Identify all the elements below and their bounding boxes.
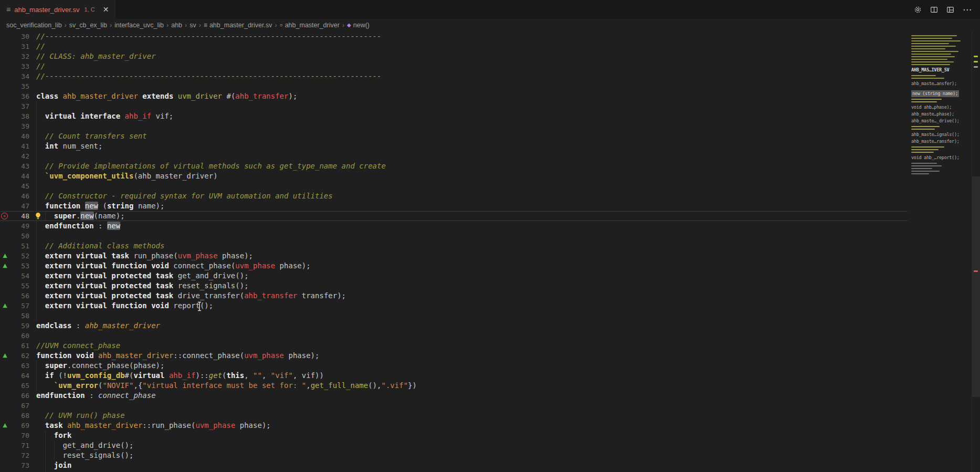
minimap-bar: [911, 61, 954, 62]
code-line-54[interactable]: 54 extern virtual protected task get_and…: [0, 271, 913, 281]
code-line-67[interactable]: 67: [0, 401, 913, 411]
code-line-31[interactable]: 31//: [0, 41, 913, 51]
code-line-66[interactable]: 66endfunction : connect_phase: [0, 391, 913, 401]
editor-pane[interactable]: 30//------------------------------------…: [0, 32, 913, 472]
code-line-35[interactable]: 35: [0, 81, 913, 91]
minimap-bar: [911, 46, 956, 47]
line-number: 61: [14, 341, 29, 351]
line-number: 30: [14, 32, 29, 41]
split-editor-icon[interactable]: [930, 6, 938, 14]
scrollbar-thumb[interactable]: [972, 176, 980, 397]
code-line-38[interactable]: 38 virtual interface ahb_if vif;: [0, 111, 913, 121]
code-line-39[interactable]: 39: [0, 121, 913, 131]
code-line-50[interactable]: 50: [0, 231, 913, 241]
code-line-34[interactable]: 34//------------------------------------…: [0, 71, 913, 81]
code-text: if (!uvm_config_db#(virtual ahb_if)::get…: [29, 371, 324, 381]
minimap[interactable]: AHB_MAS…IVER_SVahb_maste…ansfer);new (st…: [908, 32, 972, 472]
minimap-bar: [911, 48, 945, 49]
code-line-72[interactable]: 72 reset_signals();: [0, 450, 913, 460]
line-number: 31: [14, 41, 29, 51]
code-text: [29, 231, 36, 241]
code-line-57[interactable]: 57 extern virtual function void report()…: [0, 301, 913, 311]
minimap-bar: [911, 101, 937, 102]
code-line-49[interactable]: 49 endfunction : new: [0, 221, 913, 231]
minimap-bar: [911, 165, 942, 166]
gutter-margin: [0, 131, 14, 141]
gutter-margin: [0, 81, 14, 91]
arrow-icon[interactable]: [0, 251, 14, 261]
code-line-69[interactable]: 69 task ahb_master_driver::run_phase(uvm…: [0, 421, 913, 431]
code-line-53[interactable]: 53 extern virtual function void connect_…: [0, 261, 913, 271]
code-text: // CLASS: ahb_master_driver: [29, 51, 156, 61]
breadcrumb-separator: ›: [185, 22, 187, 29]
code-line-64[interactable]: 64 if (!uvm_config_db#(virtual ahb_if)::…: [0, 371, 913, 381]
code-line-60[interactable]: 60: [0, 331, 913, 341]
breadcrumb-item-ahb[interactable]: ahb: [171, 22, 182, 29]
code-line-33[interactable]: 33//: [0, 61, 913, 71]
close-icon[interactable]: ✕: [103, 5, 109, 14]
code-line-46[interactable]: 46 // Constructor - required syntax for …: [0, 191, 913, 201]
line-number: 52: [14, 251, 29, 261]
settings-gear-icon[interactable]: [914, 6, 922, 14]
code-line-73[interactable]: 73 join: [0, 460, 913, 470]
code-line-55[interactable]: 55 extern virtual protected task reset_s…: [0, 281, 913, 291]
breadcrumb-item-ahb-master-driver[interactable]: ○ahb_master_driver: [280, 22, 340, 29]
code-line-44[interactable]: 44 `uvm_component_utils(ahb_master_drive…: [0, 171, 913, 181]
breadcrumb-item-new[interactable]: ◆new(): [347, 22, 370, 29]
code-text: super.connect_phase(phase);: [29, 361, 164, 371]
gutter-margin: [0, 311, 14, 321]
code-line-36[interactable]: 36class ahb_master_driver extends uvm_dr…: [0, 91, 913, 101]
code-line-42[interactable]: 42: [0, 151, 913, 161]
code-text: endfunction : new: [29, 221, 120, 231]
code-line-30[interactable]: 30//------------------------------------…: [0, 32, 913, 41]
tab-problems-decoration: 1, C: [84, 6, 94, 13]
minimap-code-line: ahb_maste…_drive();: [911, 118, 970, 124]
breadcrumb-item-sv[interactable]: sv: [189, 22, 196, 29]
code-line-61[interactable]: 61//UVM connect_phase: [0, 341, 913, 351]
arrow-icon[interactable]: [0, 351, 14, 361]
breadcrumb-item-sv-cb-ex-lib[interactable]: sv_cb_ex_lib: [69, 22, 107, 29]
arrow-icon[interactable]: [0, 261, 14, 271]
code-line-70[interactable]: 70 fork: [0, 431, 913, 440]
code-line-63[interactable]: 63 super.connect_phase(phase);: [0, 361, 913, 371]
breadcrumb-item-soc-verification-lib[interactable]: soc_verification_lib: [6, 22, 62, 29]
code-line-37[interactable]: 37: [0, 101, 913, 111]
code-line-32[interactable]: 32// CLASS: ahb_master_driver: [0, 51, 913, 61]
tab-ahb-master-driver-sv[interactable]: ≡ ahb_master_driver.sv 1, C ✕: [0, 0, 115, 19]
code-line-65[interactable]: 65 `uvm_error("NOVIF",{"virtual interfac…: [0, 381, 913, 391]
line-number: 49: [14, 221, 29, 231]
code-text: extern virtual function void report();: [29, 301, 213, 311]
minimap-bar: [911, 152, 934, 153]
customize-layout-icon[interactable]: [946, 6, 954, 14]
code-line-48[interactable]: ✕48 super.new(name);: [0, 211, 913, 221]
code-line-68[interactable]: 68 // UVM run() phase: [0, 411, 913, 421]
line-number: 33: [14, 61, 29, 71]
breadcrumb-item-ahb-master-driver-sv[interactable]: ≡ahb_master_driver.sv: [204, 22, 272, 29]
file-symbol-icon: ≡: [204, 22, 207, 28]
overview-ruler[interactable]: [972, 32, 980, 472]
code-line-41[interactable]: 41 int num_sent;: [0, 141, 913, 151]
code-line-52[interactable]: 52 extern virtual task run_phase(uvm_pha…: [0, 251, 913, 261]
code-line-59[interactable]: 59endclass : ahb_master_driver: [0, 321, 913, 331]
minimap-bar: [911, 64, 950, 65]
code-line-47[interactable]: 47 function new (string name);: [0, 201, 913, 211]
arrow-icon[interactable]: [0, 301, 14, 311]
breadcrumb-item-interface-uvc-lib[interactable]: interface_uvc_lib: [114, 22, 164, 29]
code-line-58[interactable]: 58: [0, 311, 913, 321]
minimap-code-line: ahb_maste…ignals();: [911, 131, 970, 138]
code-line-56[interactable]: 56 extern virtual protected task drive_t…: [0, 291, 913, 301]
code-line-45[interactable]: 45: [0, 181, 913, 191]
code-line-62[interactable]: 62function void ahb_master_driver::conne…: [0, 351, 913, 361]
code-line-51[interactable]: 51 // Additional class methods: [0, 241, 913, 251]
code-line-40[interactable]: 40 // Count transfers sent: [0, 131, 913, 141]
gutter-margin: [0, 61, 14, 71]
more-actions-icon[interactable]: ⋯: [963, 5, 972, 14]
code-line-71[interactable]: 71 get_and_drive();: [0, 440, 913, 450]
gutter-margin: [0, 291, 14, 301]
line-number: 48: [14, 211, 29, 221]
lightbulb-icon[interactable]: [35, 212, 41, 219]
arrow-icon[interactable]: [0, 421, 14, 431]
error-icon[interactable]: ✕: [0, 211, 14, 221]
gutter-margin: [0, 411, 14, 421]
code-line-43[interactable]: 43 // Provide implmentations of virtual …: [0, 161, 913, 171]
